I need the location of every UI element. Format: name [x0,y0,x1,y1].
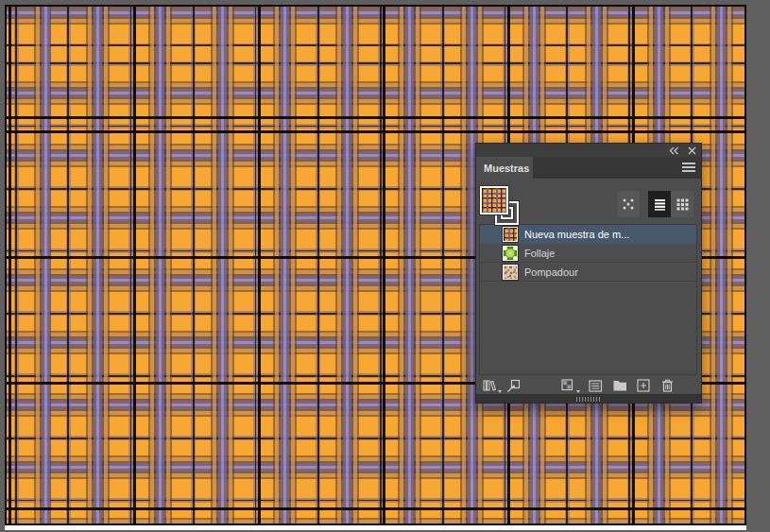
trash-icon [661,379,674,392]
swatch-kinds-menu-button[interactable] [559,377,576,394]
grid-view-icon [676,198,689,211]
libraries-icon [483,379,497,392]
swatches-toolbar [476,377,701,394]
swatch-row-follaje[interactable]: Follaje [480,244,696,263]
add-to-library-button[interactable] [505,377,522,394]
swatch-row-nueva-muestra[interactable]: Nueva muestra de m... [480,225,696,244]
list-view-icon [654,198,666,211]
swatch-label: Follaje [524,248,555,259]
swatch-row-pompadour[interactable]: Pompadour [480,263,696,282]
plus-square-icon [637,379,650,392]
list-view-button[interactable] [648,191,671,217]
application-window: Muestras [0,0,770,532]
folder-icon [613,380,627,391]
pompadour-swatch-thumbnail [503,265,518,280]
collapse-panel-icon[interactable] [668,145,679,156]
caret-down-icon [498,390,502,393]
fill-proxy-swatch[interactable] [480,186,508,215]
swatch-options-button[interactable] [587,377,604,394]
tab-muestras[interactable]: Muestras [476,157,533,179]
foliage-swatch-thumbnail [503,246,518,261]
swatch-bounds-button[interactable] [617,191,640,217]
panel-title: Muestras [484,163,529,174]
grid-view-button[interactable] [671,191,693,217]
swatch-libraries-menu-button[interactable] [481,377,498,394]
dots-icon [622,197,635,211]
options-list-icon [589,380,603,392]
close-icon[interactable] [686,145,697,156]
swatch-kinds-icon [561,379,574,392]
panel-resize-grip[interactable] [576,397,601,402]
plaid-swatch-thumbnail [503,227,518,242]
new-swatch-button[interactable] [635,377,652,394]
caret-down-icon [576,390,580,393]
view-controls [617,191,693,217]
swatch-list: Nueva muestra de m... Follaje Pompadour [479,224,697,375]
delete-swatch-button[interactable] [659,377,676,394]
panel-tab-row: Muestras [476,157,701,179]
swatch-label: Nueva muestra de m... [524,229,629,240]
panel-footer [476,394,701,403]
add-swatch-to-library-icon [506,379,521,393]
swatch-label: Pompadour [524,266,578,278]
artboard-bottom-edge [5,525,746,530]
swatches-panel: Muestras [475,143,702,403]
panel-menu-icon[interactable] [682,163,695,173]
new-color-group-button[interactable] [611,377,628,394]
panel-titlebar[interactable] [476,144,701,157]
